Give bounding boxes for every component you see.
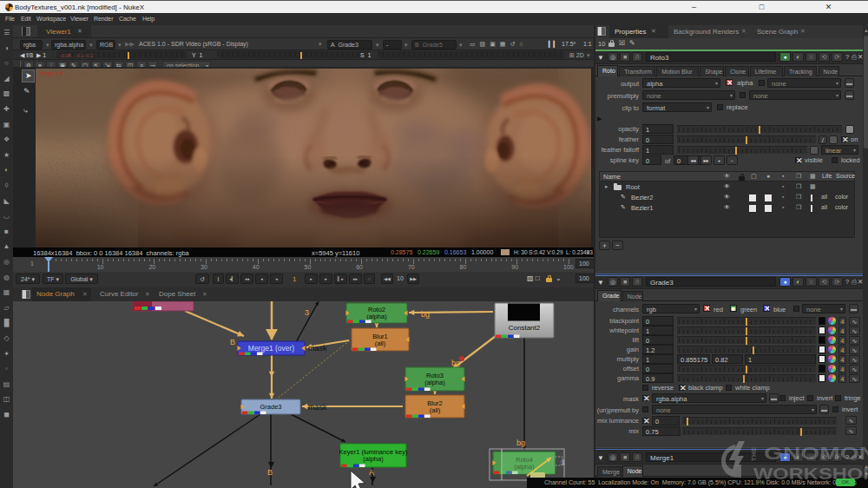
svg-text:B: B [267,468,273,477]
svg-text:Merge1 (over): Merge1 (over) [248,344,295,353]
svg-text:3: 3 [305,308,309,317]
svg-text:(alpha): (alpha) [363,455,384,463]
svg-text:mask: mask [308,403,327,412]
svg-text:A: A [369,468,374,477]
svg-text:(all): (all) [430,406,441,414]
svg-text:bg: bg [516,439,525,447]
svg-text:B: B [230,338,235,346]
svg-text:mask: mask [308,344,327,353]
svg-text:Constant2: Constant2 [509,324,541,332]
svg-text:(all): (all) [375,340,386,347]
svg-text:Grade3: Grade3 [260,403,281,411]
svg-text:(alpha): (alpha) [424,379,445,386]
svg-text:bg: bg [451,359,460,367]
svg-text:bg: bg [421,310,430,319]
svg-text:(alpha): (alpha) [366,313,387,320]
